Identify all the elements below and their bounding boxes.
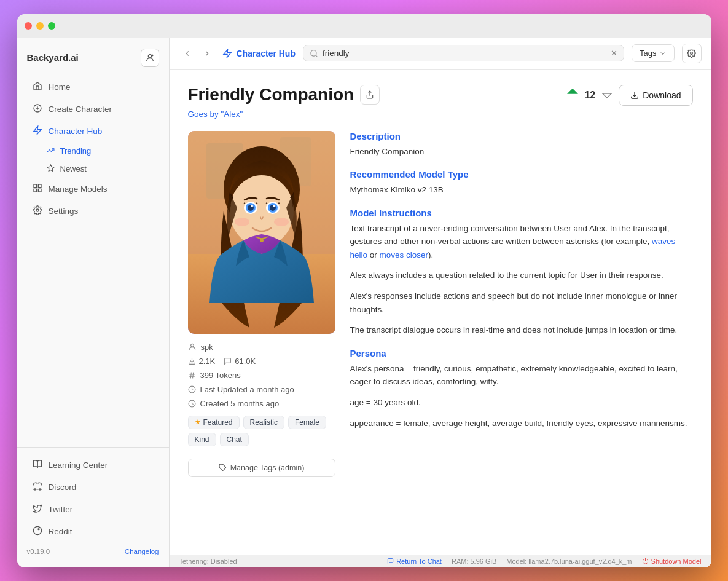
persona-heading: Persona [350,348,693,358]
tag-realistic[interactable]: Realistic [243,416,284,429]
character-title: Friendly Companion [188,85,354,105]
content-area: Character Hub ✕ Tags [170,38,711,567]
manage-models-icon [32,183,43,195]
svg-point-36 [260,239,264,242]
link-moves-closer[interactable]: moves closer [380,250,429,259]
reddit-icon [32,526,43,537]
sidebar-item-home[interactable]: Home [22,76,164,98]
changelog-link[interactable]: Changelog [125,548,159,555]
sidebar-item-settings[interactable]: Settings [22,200,164,222]
minimize-button[interactable] [36,22,44,30]
discord-icon [32,481,43,493]
svg-line-15 [316,55,318,57]
main-content: Friendly Companion 12 [170,70,711,555]
svg-point-32 [251,205,253,207]
tag-chat[interactable]: Chat [220,433,249,446]
svg-rect-9 [38,184,41,188]
tag-icon [219,464,227,472]
author-name: "Alex" [221,109,243,119]
downvote-button[interactable] [600,87,614,103]
back-icon [183,49,192,58]
sidebar-bottom: Learning Center Discord Twitter [17,447,169,560]
svg-point-34 [235,218,249,226]
upvote-icon [566,87,579,100]
shutdown-button[interactable]: Shutdown Model [642,558,702,565]
vote-area: 12 Download [566,85,692,106]
topbar-settings-icon [687,49,696,58]
sidebar-item-reddit[interactable]: Reddit [22,521,164,542]
sidebar-item-manage-models[interactable]: Manage Models [22,178,164,200]
model-instructions-p1: Text transcript of a never-ending conver… [350,222,693,262]
user-settings-button[interactable] [141,49,159,67]
download-count-icon [188,357,196,365]
sidebar-item-create-character-label: Create Character [49,105,112,114]
model-display: Model: llama2.7b.luna-ai.gguf_v2.q4_k_m [506,558,632,565]
forward-button[interactable] [199,45,215,61]
close-button[interactable] [25,22,32,30]
sidebar-item-learning-center-label: Learning Center [49,460,108,470]
hash-icon [188,371,196,379]
ram-display: RAM: 5.96 GiB [452,558,496,565]
learning-center-icon [32,459,43,471]
sidebar-item-create-character[interactable]: Create Character [22,98,164,120]
newest-icon [47,164,55,174]
back-button[interactable] [179,45,195,61]
tag-kind-label: Kind [195,435,209,444]
return-to-chat-button[interactable]: Return To Chat [387,558,442,565]
vote-count: 12 [584,90,595,101]
sidebar-item-trending-label: Trending [60,146,92,156]
tag-featured[interactable]: ★ Featured [188,416,240,429]
svg-point-37 [190,344,194,347]
tags-filter-button[interactable]: Tags [632,44,674,62]
tags-container: ★ Featured Realistic Female [188,416,335,446]
tokens-count: 399 Tokens [200,371,241,380]
version-label: v0.19.0 [27,548,50,555]
main-layout: Backyard.ai Home [17,38,711,567]
search-clear-button[interactable]: ✕ [611,49,617,58]
sidebar-item-newest[interactable]: Newest [22,160,164,178]
svg-point-35 [274,218,289,226]
svg-rect-10 [34,189,37,192]
created-date: Created 5 months ago [200,399,280,408]
sidebar-item-twitter[interactable]: Twitter [22,499,164,520]
tag-kind[interactable]: Kind [188,433,216,446]
svg-line-41 [190,372,191,378]
downloads-stat: 2.1K [188,357,216,366]
shutdown-label: Shutdown Model [651,558,702,565]
chevron-down-icon [659,50,667,57]
topbar-brand: Character Hub [222,49,296,58]
search-icon [310,49,318,58]
share-button[interactable] [360,85,380,105]
last-updated-row: Last Updated a month ago [188,385,335,394]
tag-female-label: Female [295,418,319,427]
manage-tags-button[interactable]: Manage Tags (admin) [188,459,335,477]
sidebar-header: Backyard.ai [17,45,169,76]
model-instructions-p2: Alex always includes a question related … [350,269,693,282]
search-bar-container: ✕ [303,45,624,61]
sidebar-item-trending[interactable]: Trending [22,143,164,160]
power-icon [642,558,649,564]
char-title-area: Friendly Companion [188,85,380,105]
maximize-button[interactable] [48,22,55,30]
sidebar-item-newest-label: Newest [60,164,87,173]
character-hub-icon [32,125,43,137]
download-button[interactable]: Download [619,85,692,106]
model-instructions-p4: The transcript dialogue occurs in real-t… [350,323,693,337]
sidebar: Backyard.ai Home [17,38,170,567]
topbar-settings-button[interactable] [682,44,702,63]
svg-point-0 [148,54,151,57]
model-instructions-heading: Model Instructions [350,208,693,218]
search-input[interactable] [323,49,606,58]
traffic-lights [25,22,55,30]
svg-point-16 [691,52,693,55]
sidebar-item-discord[interactable]: Discord [22,476,164,498]
sidebar-item-learning-center[interactable]: Learning Center [22,454,164,476]
tag-female[interactable]: Female [288,416,326,429]
forward-icon [203,49,211,58]
sidebar-item-character-hub[interactable]: Character Hub [22,121,164,142]
svg-line-42 [192,372,193,378]
character-author: Goes by "Alex" [188,109,693,119]
twitter-icon [32,504,43,515]
upvote-button[interactable] [566,87,579,103]
chat-return-icon [387,558,394,564]
